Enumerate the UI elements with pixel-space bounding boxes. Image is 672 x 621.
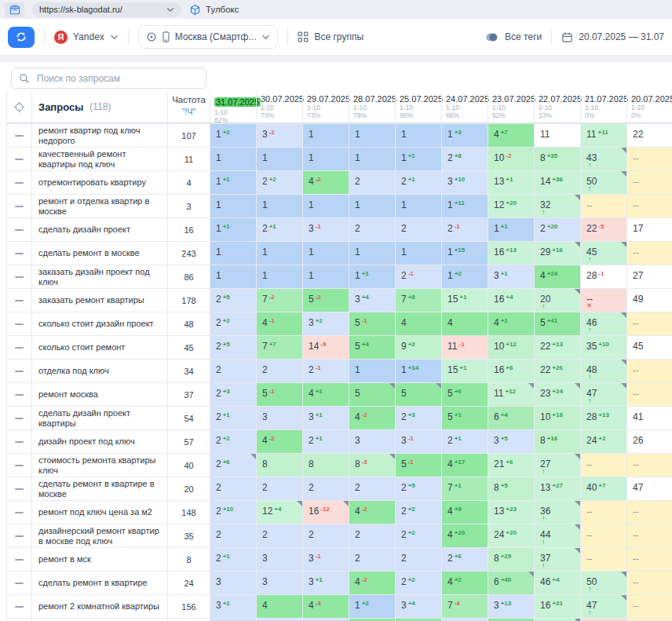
position-cell[interactable]: 35+10 [580, 335, 626, 359]
position-cell[interactable]: 46+4 [534, 571, 580, 594]
position-cell[interactable]: 1+1 [488, 217, 534, 241]
position-cell[interactable]: 7+8 [395, 288, 441, 312]
position-cell[interactable]: 1 [210, 194, 256, 217]
position-cell[interactable]: 24+2 [580, 429, 626, 453]
query-cell[interactable]: ремонт под ключ цена за м2 [31, 500, 167, 524]
position-cell[interactable]: 2+1 [441, 429, 488, 453]
position-cell[interactable]: 45 [626, 335, 672, 359]
position-cell[interactable]: 7-2 [256, 288, 302, 312]
position-cell[interactable]: 13+27 [534, 477, 580, 500]
position-cell[interactable]: 8+29 [488, 547, 534, 571]
frequency-column-header[interactable]: Частота "!Ч" [167, 91, 210, 122]
position-cell[interactable]: -- [580, 453, 626, 477]
drag-handle[interactable] [6, 312, 31, 335]
tags-selector[interactable]: Все теги [485, 31, 542, 42]
position-cell[interactable] [395, 618, 441, 621]
position-cell[interactable]: 14+36 [534, 170, 580, 194]
position-cell[interactable]: 5 [395, 382, 441, 406]
position-cell[interactable]: 2 [395, 217, 441, 241]
frequency-mode[interactable]: "!Ч" [168, 107, 210, 116]
query-cell[interactable]: заказать дизайн проект под ключ [31, 265, 167, 288]
position-cell[interactable]: 20↑ [534, 288, 580, 312]
position-cell[interactable]: 6+4 [488, 406, 534, 429]
queries-column-header[interactable]: Запросы (118) [31, 91, 167, 122]
position-cell[interactable]: 2 [210, 359, 256, 382]
position-cell[interactable]: -- [580, 500, 626, 524]
position-cell[interactable]: 4-2 [349, 500, 395, 524]
position-cell[interactable]: 2+2 [395, 571, 441, 594]
drag-handle[interactable] [6, 241, 31, 265]
position-cell[interactable]: 1+3 [441, 123, 488, 147]
position-cell[interactable]: 44↑ [534, 524, 580, 547]
query-cell[interactable]: ремонт 2 комнатной квартиры [31, 594, 167, 618]
position-cell[interactable]: 1+11 [441, 194, 488, 217]
position-cell[interactable]: 21+6 [488, 453, 534, 477]
drag-handle[interactable] [6, 618, 31, 621]
position-cell[interactable]: 2+1 [210, 406, 256, 429]
drag-handle[interactable] [6, 594, 31, 618]
position-cell[interactable]: 2+2 [395, 524, 441, 547]
drag-handle[interactable] [6, 194, 31, 217]
position-cell[interactable]: -- [626, 500, 672, 524]
drag-handle[interactable] [6, 335, 31, 359]
date-column-header[interactable]: 23.07.20251-1052% [488, 91, 534, 122]
position-cell[interactable]: 28+13 [580, 406, 626, 429]
query-cell[interactable]: ремонт в мск [31, 547, 167, 571]
date-column-header[interactable]: 30.07.20251-1073% [256, 91, 302, 122]
position-cell[interactable]: 47 [626, 477, 672, 500]
position-cell[interactable]: 4+9 [441, 500, 488, 524]
position-cell[interactable]: 3+1 [302, 406, 349, 429]
position-cell[interactable]: 3+13 [488, 594, 534, 618]
position-cell[interactable]: 4+24 [534, 265, 580, 288]
position-cell[interactable]: 2-1 [395, 265, 441, 288]
position-cell[interactable]: 8 [256, 453, 302, 477]
position-cell[interactable]: 1 [302, 265, 349, 288]
drag-handle[interactable] [6, 547, 31, 571]
query-cell[interactable]: ремонт москва [31, 382, 167, 406]
position-cell[interactable]: 43↑ [580, 147, 626, 170]
position-cell[interactable]: 11 [534, 123, 580, 147]
position-cell[interactable]: 3+1 [302, 571, 349, 594]
position-cell[interactable]: -- [626, 571, 672, 594]
position-cell[interactable]: -- [626, 359, 672, 382]
position-cell[interactable]: 4-2 [256, 429, 302, 453]
position-cell[interactable]: 16-12 [302, 500, 349, 524]
position-cell[interactable]: 14-9 [302, 335, 349, 359]
date-range-selector[interactable]: 20.07.2025 — 31.07 [561, 31, 664, 43]
date-column-header[interactable]: 28.07.20251-1079% [349, 91, 395, 122]
position-cell[interactable]: -- [626, 170, 672, 194]
position-cell[interactable]: 10+12 [488, 335, 534, 359]
position-cell[interactable]: 2 [349, 477, 395, 500]
position-cell[interactable]: 1 [349, 147, 395, 170]
position-cell[interactable]: 1+15 [441, 241, 488, 265]
position-cell[interactable]: 5-1 [349, 312, 395, 335]
drag-handle[interactable] [6, 288, 31, 312]
position-cell[interactable]: -- [626, 382, 672, 406]
position-cell[interactable]: -- [626, 547, 672, 571]
position-cell[interactable]: 1 [256, 194, 302, 217]
position-cell[interactable]: 45↑ [580, 241, 626, 265]
position-cell[interactable]: 4 [256, 594, 302, 618]
position-cell[interactable]: 8+35 [534, 147, 580, 170]
position-cell[interactable]: 1 [395, 241, 441, 265]
position-cell[interactable]: 3+2 [302, 312, 349, 335]
query-cell[interactable] [31, 618, 167, 621]
position-cell[interactable]: 3+1 [210, 594, 256, 618]
position-cell[interactable]: 1 [349, 194, 395, 217]
query-cell[interactable]: сделать дизайн проект [31, 217, 167, 241]
position-cell[interactable]: 2 [349, 547, 395, 571]
position-cell[interactable]: 24+20 [488, 524, 534, 547]
position-cell[interactable]: 4+2 [441, 571, 488, 594]
position-cell[interactable]: 15+1 [441, 288, 488, 312]
position-cell[interactable] [210, 618, 256, 621]
position-cell[interactable]: 32↑ [534, 194, 580, 217]
drag-handle[interactable] [6, 217, 31, 241]
position-cell[interactable]: 22-5 [580, 217, 626, 241]
position-cell[interactable] [488, 618, 534, 621]
position-cell[interactable]: --× [580, 288, 626, 312]
position-cell[interactable]: 50↑ [580, 571, 626, 594]
date-column-header[interactable]: 31.07.20251-1082% [210, 91, 256, 122]
query-cell[interactable]: ремонт квартир под ключ недорого [31, 123, 167, 147]
date-column-header[interactable]: 29.07.20251-1073% [302, 91, 349, 122]
position-cell[interactable]: 3 [210, 571, 256, 594]
